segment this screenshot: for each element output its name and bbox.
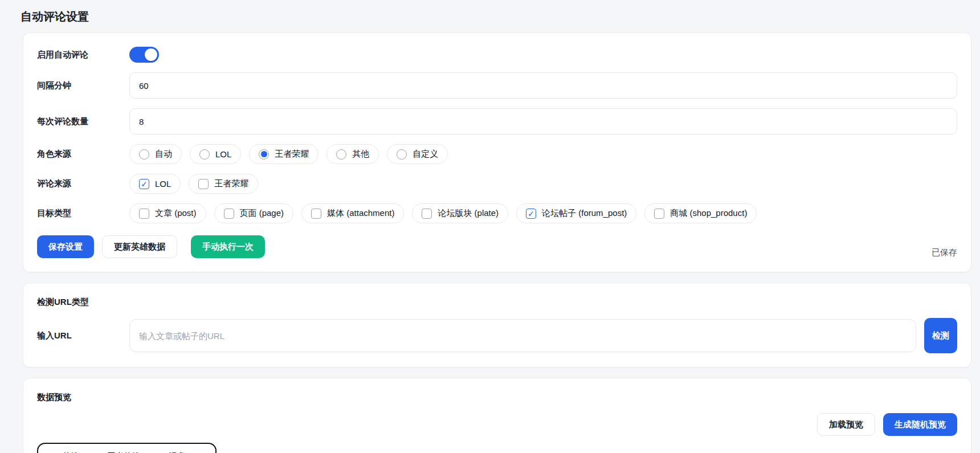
interval-label: 间隔分钟: [37, 80, 129, 91]
checkbox-icon: [654, 209, 664, 219]
interval-input[interactable]: [129, 72, 957, 99]
checkbox-label: LOL: [155, 179, 171, 189]
url-check-card: 检测URL类型 输入URL 检测: [23, 283, 971, 368]
checkbox-target-attachment[interactable]: 媒体 (attachment): [301, 203, 404, 223]
enable-row: 启用自动评论: [37, 47, 957, 63]
count-label: 每次评论数量: [37, 116, 129, 127]
checkbox-label: 文章 (post): [155, 208, 197, 219]
load-preview-button[interactable]: 加载预览: [817, 413, 875, 436]
checkbox-label: 论坛版块 (plate): [438, 208, 499, 219]
target-type-row: 目标类型 文章 (post) 页面 (page) 媒体 (attachment)…: [37, 203, 957, 223]
saved-status: 已保存: [932, 247, 957, 258]
checkbox-icon: [198, 179, 209, 189]
url-input-label: 输入URL: [37, 330, 129, 341]
radio-icon: [139, 149, 149, 160]
save-settings-button[interactable]: 保存设置: [37, 235, 94, 258]
role-source-row: 角色来源 自动 LOL 王者荣耀 其他 自定义: [37, 144, 957, 164]
checkbox-icon: [139, 179, 149, 189]
checkbox-label: 论坛帖子 (forum_post): [542, 208, 627, 219]
checkbox-target-page[interactable]: 页面 (page): [214, 203, 294, 223]
radio-role-custom[interactable]: 自定义: [387, 144, 448, 164]
radio-label: 王者荣耀: [275, 149, 309, 160]
auto-comment-settings-card: 启用自动评论 间隔分钟 每次评论数量 角色来源 自动 LOL 王者荣耀: [23, 32, 971, 272]
radio-label: 自定义: [413, 149, 438, 160]
comment-source-row: 评论来源 LOL 王者荣耀: [37, 174, 957, 194]
radio-icon: [397, 149, 407, 160]
generate-random-preview-button[interactable]: 生成随机预览: [883, 413, 957, 436]
checkbox-icon: [139, 209, 149, 219]
interval-row: 间隔分钟: [37, 72, 957, 99]
checkbox-target-plate[interactable]: 论坛版块 (plate): [412, 203, 508, 223]
enable-toggle[interactable]: [129, 47, 159, 63]
radio-icon: [336, 149, 346, 160]
role-source-options: 自动 LOL 王者荣耀 其他 自定义: [129, 144, 448, 164]
radio-label: 其他: [352, 149, 369, 160]
enable-label: 启用自动评论: [37, 50, 129, 60]
data-preview-title: 数据预览: [37, 392, 957, 403]
radio-icon: [259, 149, 269, 160]
url-check-title: 检测URL类型: [37, 297, 957, 308]
hero-stats-box: LOL英雄：172，王者英雄：128，词库：125: [37, 443, 217, 453]
update-hero-data-button[interactable]: 更新英雄数据: [102, 235, 177, 258]
url-input[interactable]: [129, 319, 916, 352]
checkbox-icon: [224, 209, 234, 219]
checkbox-icon: [311, 209, 321, 219]
radio-role-other[interactable]: 其他: [326, 144, 379, 164]
preview-actions: 加载预览 生成随机预览: [37, 413, 957, 436]
settings-actions: 保存设置 更新英雄数据 手动执行一次 已保存: [37, 235, 957, 258]
radio-label: 自动: [155, 149, 172, 160]
checkbox-comment-wzry[interactable]: 王者荣耀: [189, 174, 258, 194]
radio-icon: [199, 149, 210, 160]
run-once-button[interactable]: 手动执行一次: [191, 235, 265, 258]
radio-label: LOL: [215, 149, 231, 159]
target-type-label: 目标类型: [37, 208, 129, 219]
count-row: 每次评论数量: [37, 108, 957, 134]
checkbox-icon: [422, 209, 432, 219]
checkbox-label: 商城 (shop_product): [670, 208, 747, 219]
detect-button[interactable]: 检测: [924, 318, 957, 353]
role-source-label: 角色来源: [37, 149, 129, 160]
page-title: 自动评论设置: [0, 0, 980, 32]
comment-source-options: LOL 王者荣耀: [129, 174, 258, 194]
target-type-options: 文章 (post) 页面 (page) 媒体 (attachment) 论坛版块…: [129, 203, 757, 223]
checkbox-comment-lol[interactable]: LOL: [129, 174, 181, 194]
count-input[interactable]: [129, 108, 957, 134]
checkbox-label: 王者荣耀: [214, 178, 248, 189]
url-input-row: 输入URL 检测: [37, 318, 957, 353]
checkbox-target-post[interactable]: 文章 (post): [129, 203, 206, 223]
data-preview-card: 数据预览 加载预览 生成随机预览 LOL英雄：172，王者英雄：128，词库：1…: [23, 378, 971, 453]
comment-source-label: 评论来源: [37, 178, 129, 189]
checkbox-target-forum-post[interactable]: 论坛帖子 (forum_post): [516, 203, 636, 223]
checkbox-label: 页面 (page): [240, 208, 284, 219]
radio-role-wzry[interactable]: 王者荣耀: [249, 144, 318, 164]
checkbox-target-shop-product[interactable]: 商城 (shop_product): [644, 203, 757, 223]
radio-role-auto[interactable]: 自动: [129, 144, 182, 164]
checkbox-label: 媒体 (attachment): [327, 208, 394, 219]
radio-role-lol[interactable]: LOL: [190, 144, 241, 164]
toggle-knob-icon: [145, 48, 157, 61]
checkbox-icon: [526, 209, 536, 219]
